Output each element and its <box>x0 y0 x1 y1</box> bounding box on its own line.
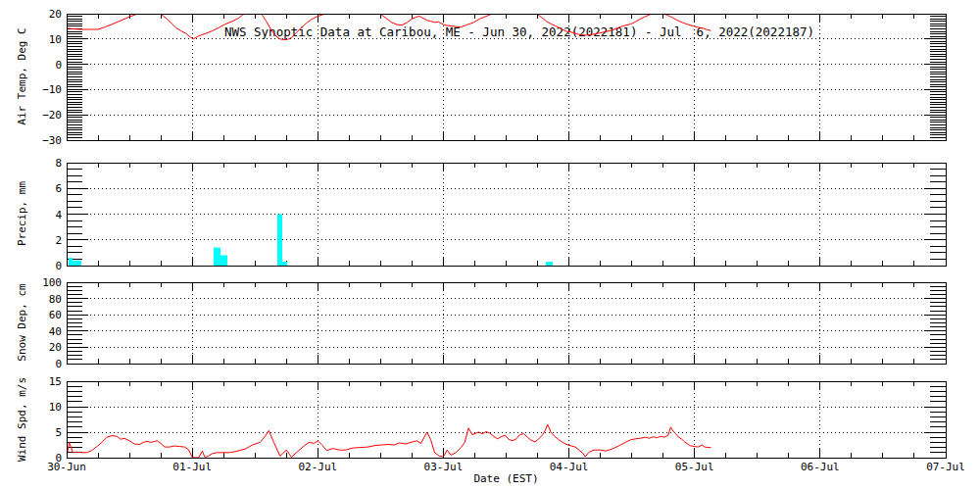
precip-bar <box>73 261 81 266</box>
y-tick-label: −30 <box>42 134 62 147</box>
precip-bar <box>282 262 287 266</box>
y-tick-label: 8 <box>55 157 62 170</box>
y-tick-label: 6 <box>55 182 62 195</box>
precip-bar <box>277 215 282 267</box>
x-axis-label: Date (EST) <box>67 472 946 485</box>
y-tick-label: 0 <box>55 358 62 370</box>
y-tick-label: 0 <box>55 260 62 272</box>
panel-frame <box>67 381 946 458</box>
y-tick-label: 10 <box>49 401 62 414</box>
panel-wind-speed: 051015 <box>49 375 946 465</box>
y-axis-label-air-temp: Air Temp, Deg C <box>16 27 28 124</box>
y-axis-label-snow-depth: Snow Dep, cm <box>16 283 28 361</box>
precip-bar <box>220 256 227 267</box>
synoptic-weather-chart: −30−20−1001020NWS Synoptic Data at Carib… <box>0 0 980 490</box>
y-tick-label: 20 <box>49 341 62 354</box>
y-tick-label: 100 <box>42 276 62 289</box>
panel-frame <box>67 282 946 364</box>
y-tick-label: 20 <box>49 8 62 21</box>
y-tick-label: 80 <box>49 293 62 306</box>
y-tick-label: 5 <box>55 426 62 439</box>
y-tick-label: −10 <box>42 83 62 96</box>
y-axis-label-wind-speed: Wind Spd, m/s <box>16 377 28 462</box>
panel-precip: 02468 <box>55 157 946 272</box>
y-tick-label: 0 <box>55 59 62 72</box>
wind-speed-line <box>67 424 710 458</box>
precip-bar <box>214 248 220 266</box>
plot-canvas: −30−20−1001020NWS Synoptic Data at Carib… <box>0 0 980 490</box>
panel-snow-depth: 020406080100 <box>42 276 946 370</box>
chart-title: NWS Synoptic Data at Caribou, ME - Jun 3… <box>224 24 814 39</box>
panel-air-temp: −30−20−1001020NWS Synoptic Data at Carib… <box>42 8 946 147</box>
y-tick-label: 4 <box>55 209 62 221</box>
y-tick-label: 40 <box>49 325 62 338</box>
y-tick-label: 15 <box>49 375 62 388</box>
precip-bar <box>546 262 553 266</box>
y-tick-label: 10 <box>49 33 62 46</box>
y-axis-label-precip: Precip, mm <box>16 181 28 246</box>
y-tick-label: 2 <box>55 234 62 247</box>
precip-bar <box>69 258 73 266</box>
y-tick-label: −20 <box>42 109 62 122</box>
y-tick-label: 60 <box>49 309 62 321</box>
